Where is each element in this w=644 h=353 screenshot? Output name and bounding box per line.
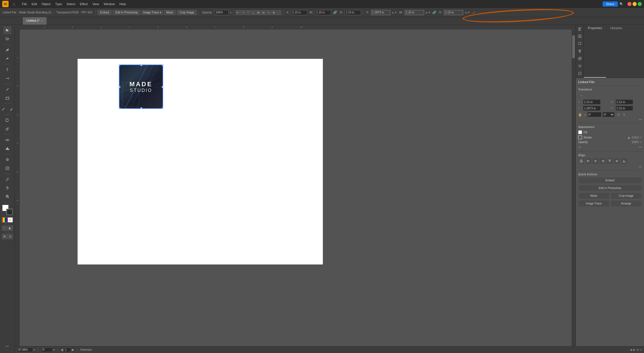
opacity-dropdown-arrow[interactable]: ▾ [640,141,642,144]
w-input[interactable]: 2.15 in [315,10,331,15]
color-mode-icon[interactable] [2,217,7,222]
home-icon[interactable]: ⌂ [11,1,17,7]
menu-file[interactable]: File [20,2,29,6]
blend-tool[interactable] [3,136,11,144]
artboard-nav-icon2[interactable]: ▶ [633,348,635,351]
zoom-input[interactable]: 87.68% [17,348,33,352]
transform-more-btn[interactable]: ••• [639,118,642,121]
align-btn-7[interactable]: ≡ [266,10,271,15]
slice-tool[interactable] [3,164,11,172]
artboard-tool-btn[interactable]: ⊡ [8,234,13,239]
selection-handle-tl[interactable] [119,65,120,66]
stroke-swatch[interactable] [578,135,582,139]
type-tool[interactable]: T [3,66,11,74]
panel-icon-properties[interactable] [577,26,583,32]
panel-icon-libraries[interactable] [577,33,583,39]
qa-arrange-button[interactable]: Arrange [611,200,642,207]
rotate-tool[interactable] [3,116,11,124]
opacity-input[interactable] [214,10,229,15]
selection-handle-bl[interactable] [119,107,120,109]
flip-v-icon[interactable]: ⇅ [622,113,626,117]
none-fill-icon[interactable]: ⊘ [8,217,13,222]
document-tab[interactable]: Untitled-1* × [23,17,47,25]
tab-close-button[interactable]: × [41,19,43,22]
transform-w-input[interactable]: 2.15 in [615,99,633,105]
appearance-more-btn[interactable]: ••• [639,146,642,149]
direct-selection-tool[interactable] [3,35,11,43]
transform-y-input[interactable]: 1.3873 in [583,106,601,111]
tab-libraries[interactable]: Libraries [606,25,626,78]
lock-proportions-icon[interactable]: 🔒 [578,113,582,117]
align-center-v-btn[interactable] [614,158,620,164]
angle-dropdown[interactable]: 0° 90° 180° 270° [602,112,615,117]
rotation-input[interactable]: 0° [41,348,52,352]
canvas-area[interactable]: 1 2 3 4 5 6 7 8 9 10 1 2 3 4 5 6 [15,25,576,353]
color-swatches[interactable] [2,205,13,215]
menu-select[interactable]: Select [64,2,77,6]
more-tools-btn[interactable]: ••• [3,342,11,350]
curvature-tool[interactable] [3,55,11,63]
qa-mask-button[interactable]: Mask [578,192,609,199]
align-btn-6[interactable]: ⊟ [261,10,266,15]
vertical-scrollbar[interactable] [572,30,576,346]
link-proportions-icon[interactable]: 🔗 [333,10,338,15]
zoom-tool[interactable] [3,192,11,200]
flip-icon[interactable]: ⇄ [616,113,620,117]
menu-window[interactable]: Window [102,2,117,6]
reference-point-icon[interactable]: ⊡ [578,92,584,99]
vscroll-thumb[interactable] [572,35,575,58]
h-input[interactable]: 2.15 in [345,10,361,15]
page-next-icon[interactable]: ▶ [72,348,74,351]
window-minimize-button[interactable] [633,2,637,6]
normal-mode-btn[interactable]: □ [2,226,7,231]
align-more-btn[interactable]: ••• [639,165,642,169]
brush-tool[interactable] [8,105,16,113]
panel-toggle-icon[interactable]: ⊞ [637,348,639,351]
selection-tool[interactable] [3,26,11,34]
symbol-sprayer-tool[interactable] [3,156,11,164]
embed-button[interactable]: Embed [98,10,112,15]
crop-image-button[interactable]: Crop Image [177,10,197,15]
align-top-btn[interactable] [607,158,613,164]
pencil-tool[interactable] [0,105,7,113]
menu-object[interactable]: Object [40,2,53,6]
panel-icon-appearance[interactable] [577,63,583,69]
distribute-btn[interactable]: ⋮ [277,10,281,15]
behind-mode-btn[interactable]: ◧ [8,226,13,231]
share-button[interactable]: Share [603,1,618,7]
zoom-arrow[interactable]: ▾ [34,348,35,351]
align-left-btn[interactable] [585,158,592,164]
qa-image-trace-button[interactable]: Image Trace [578,200,609,207]
panel-icon-align[interactable] [577,48,583,54]
edit-in-photoshop-button[interactable]: Edit In Photoshop [113,10,140,15]
fx-button[interactable]: fx [578,145,582,149]
column-graph-tool[interactable] [3,145,11,153]
selection-handle-tc[interactable] [140,65,142,66]
rectangle-tool[interactable] [3,94,11,102]
menu-type[interactable]: Type [53,2,64,6]
align-btn-8[interactable]: ≢ [272,10,276,15]
page-input[interactable]: 1 [64,348,71,352]
page-prev-icon[interactable]: ◀ [61,348,63,351]
hand-tool[interactable] [3,184,11,192]
qa-crop-image-button[interactable]: Crop Image [611,192,642,199]
background-color[interactable] [6,209,13,215]
qa-edit-ps-button[interactable]: Edit In Photoshop [578,185,642,191]
align-btn-5[interactable]: ⊞ [256,10,261,15]
mask-button[interactable]: Mask [164,10,176,15]
transform-x-input[interactable]: 2.15 in [583,99,601,105]
selection-handle-bc[interactable] [140,107,142,109]
align-bottom-btn[interactable] [621,158,627,164]
scale-tool[interactable] [3,125,11,133]
angle-input[interactable]: 0° [587,112,602,117]
align-btn-3[interactable]: ⊤ [246,10,250,15]
line-tool[interactable] [3,85,11,93]
type-vertical-tool[interactable]: T [3,74,11,82]
window-close-button[interactable] [627,2,631,6]
stroke-up-arrow[interactable]: ▲ [627,136,630,139]
x-input[interactable]: 2.15 in [291,10,307,15]
stroke-dropdown-arrow[interactable]: ▾ [640,136,642,139]
x-coord-input[interactable]: 1.3873 in [371,10,390,15]
selection-handle-ml[interactable] [119,86,120,88]
h-coord-input[interactable]: 2.15 in [444,10,463,15]
